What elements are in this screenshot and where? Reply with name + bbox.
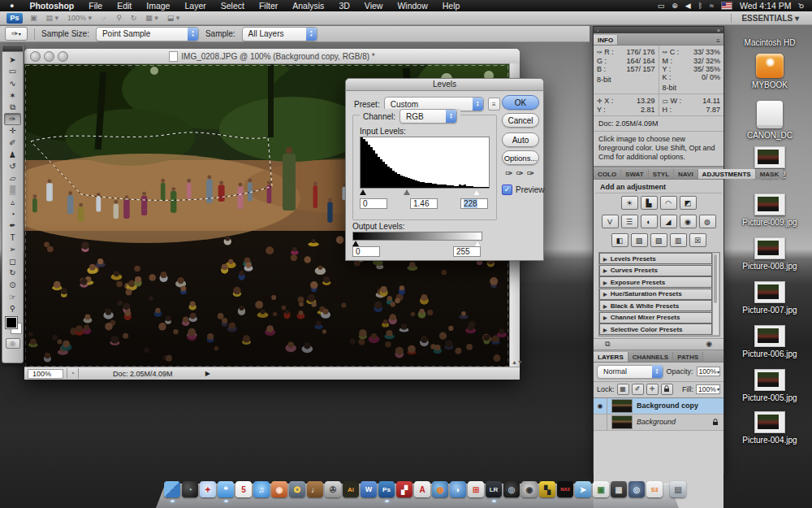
zoom-tool[interactable]: ⚲ bbox=[4, 302, 21, 315]
panel-tab[interactable]: LAYERS bbox=[594, 352, 628, 362]
camera-lens-app[interactable]: ◎ bbox=[628, 481, 645, 497]
lock-all-button[interactable] bbox=[661, 384, 673, 395]
zoom-percent-field[interactable]: 100% bbox=[28, 369, 63, 379]
output-highlight-slider[interactable] bbox=[474, 241, 481, 246]
orbit-3d-tool[interactable]: ⊙ bbox=[4, 279, 21, 291]
dialog-title-bar[interactable]: Levels bbox=[346, 79, 543, 91]
switch-panel-icon[interactable]: ⧉ bbox=[605, 340, 610, 349]
safari[interactable]: ✦ bbox=[200, 481, 216, 497]
quick-selection-tool[interactable]: ✶ bbox=[4, 89, 21, 102]
panel-tab[interactable]: SWAT bbox=[621, 169, 649, 179]
desktop-icon-picture-005-jpg[interactable]: Picture-005.jpg bbox=[728, 369, 812, 402]
panel-tab[interactable]: CHANNELS bbox=[628, 352, 673, 362]
photo-filter-icon[interactable]: ◉ bbox=[680, 215, 697, 228]
firefox[interactable]: ◍ bbox=[432, 481, 448, 497]
Background copy[interactable]: ◉ Background copy bbox=[594, 398, 723, 415]
black-white-icon[interactable]: ◢ bbox=[660, 215, 677, 228]
input-gamma-field[interactable]: 1.46 bbox=[410, 198, 438, 209]
Background[interactable]: ◉ Background bbox=[594, 415, 723, 431]
desktop-icon-macintosh-hd[interactable]: Macintosh HD bbox=[728, 36, 812, 47]
panel-tab[interactable]: ADJUSTMENTS bbox=[698, 169, 756, 179]
threshold-icon[interactable]: ▧ bbox=[650, 233, 667, 247]
desktop-icon-mybook[interactable]: MYBOOK bbox=[728, 54, 812, 89]
disclosure-triangle-icon[interactable]: ▶ bbox=[603, 267, 607, 273]
auto-button[interactable]: Auto bbox=[502, 132, 539, 147]
zoom-level[interactable]: 100% ▾ bbox=[66, 14, 93, 22]
selective-color-icon[interactable]: ☒ bbox=[689, 233, 706, 247]
itunes[interactable]: ♫ bbox=[253, 481, 270, 497]
input-shadow-field[interactable]: 0 bbox=[360, 198, 387, 209]
menu-item[interactable]: View bbox=[357, 1, 391, 11]
utility-box[interactable]: ✇ bbox=[325, 481, 341, 497]
desktop-icon-picture-009-jpg[interactable]: Picture-009.jpg bbox=[728, 193, 812, 227]
checker-app[interactable]: ▚ bbox=[539, 481, 555, 497]
disclosure-triangle-icon[interactable]: ▶ bbox=[603, 256, 607, 262]
preset-group-row[interactable]: ▶Curves Presets bbox=[599, 265, 712, 276]
zoom-button[interactable] bbox=[58, 51, 68, 62]
desktop-icon-picture-008-jpg[interactable]: Picture-008.jpg bbox=[728, 237, 812, 271]
iphoto[interactable]: ▣ bbox=[593, 481, 609, 497]
brightness-contrast-icon[interactable]: ☀ bbox=[621, 196, 638, 210]
photo-booth[interactable]: ◉ bbox=[271, 481, 287, 497]
screen-mode-icon[interactable]: ⬓ ▾ bbox=[166, 14, 182, 22]
blur-tool[interactable]: ▵ bbox=[4, 196, 21, 208]
trash[interactable]: ▤ bbox=[670, 481, 686, 497]
illustrator[interactable]: Ai bbox=[343, 481, 359, 497]
desktop-icon-image[interactable] bbox=[754, 411, 785, 433]
word[interactable]: W bbox=[361, 481, 377, 497]
foreground-color-swatch[interactable] bbox=[6, 317, 17, 328]
garageband[interactable]: ♩ bbox=[307, 481, 323, 497]
camera-utility[interactable]: ◉ bbox=[521, 481, 538, 497]
lock-pixels-button[interactable]: ✐ bbox=[632, 384, 644, 395]
gray-point-eyedropper-icon[interactable]: ✑ bbox=[516, 168, 523, 179]
apple-menu[interactable]: ● bbox=[0, 2, 22, 10]
layer-thumbnail[interactable] bbox=[611, 399, 633, 413]
hand-tool[interactable]: ☞ bbox=[4, 291, 21, 303]
iweb[interactable]: ✪ bbox=[289, 481, 305, 497]
output-highlight-field[interactable]: 255 bbox=[453, 246, 481, 257]
desktop-icon-picture-007-jpg[interactable]: Picture-007.jpg bbox=[728, 281, 812, 315]
disclosure-triangle-icon[interactable]: ▶ bbox=[603, 315, 607, 320]
menu-item[interactable]: 3D bbox=[331, 1, 356, 11]
tab-info[interactable]: INFO bbox=[594, 35, 618, 45]
menu-item[interactable]: Select bbox=[214, 1, 252, 11]
highlight-slider[interactable] bbox=[473, 189, 480, 195]
lock-position-button[interactable]: ✛ bbox=[646, 384, 659, 395]
channel-mixer-icon[interactable]: ◍ bbox=[699, 215, 716, 228]
menu-item[interactable]: Help bbox=[435, 1, 468, 11]
desktop-icon-image[interactable] bbox=[754, 281, 785, 303]
display-icon[interactable]: ▭ bbox=[658, 2, 665, 10]
lock-transparency-button[interactable]: ▦ bbox=[617, 384, 629, 395]
output-shadow-slider[interactable] bbox=[352, 241, 359, 246]
ical[interactable]: 5 bbox=[235, 481, 252, 497]
current-tool-button[interactable]: ✑▾ bbox=[5, 27, 28, 41]
lightroom[interactable]: LR bbox=[486, 481, 502, 497]
s3-app[interactable]: S3 bbox=[646, 481, 663, 497]
healing-brush-tool[interactable]: ✛ bbox=[4, 125, 21, 137]
cancel-button[interactable]: Cancel bbox=[502, 113, 539, 128]
panel-tab[interactable]: MASK bbox=[756, 169, 784, 179]
disclosure-triangle-icon[interactable]: ▶ bbox=[603, 327, 607, 332]
color-balance-icon[interactable]: ◐ bbox=[641, 215, 658, 228]
eraser-tool[interactable]: ▱ bbox=[4, 172, 21, 185]
menu-item[interactable]: Window bbox=[390, 1, 434, 11]
input-highlight-field[interactable]: 228 bbox=[460, 198, 488, 209]
collapse-panels-icon[interactable]: » bbox=[717, 28, 720, 33]
visibility-toggle[interactable]: ◉ bbox=[594, 415, 607, 430]
panel-tab[interactable]: NAVI bbox=[674, 169, 698, 179]
disclosure-triangle-icon[interactable]: ▶ bbox=[603, 303, 607, 309]
arrange-documents-icon[interactable]: ▦ ▾ bbox=[144, 14, 160, 22]
thunderbird[interactable]: ◗ bbox=[450, 481, 466, 497]
acrobat-reader[interactable]: A bbox=[414, 481, 430, 497]
marquee-tool[interactable]: ▭ bbox=[4, 66, 21, 78]
panel-tab[interactable]: COLO bbox=[594, 169, 621, 179]
options-button[interactable]: Options... bbox=[502, 150, 539, 165]
panel-tab[interactable]: STYL bbox=[649, 169, 674, 179]
posterize-icon[interactable]: ▨ bbox=[631, 233, 648, 247]
preset-options-button[interactable]: ≡ bbox=[488, 98, 500, 111]
menu-item[interactable]: Layer bbox=[177, 1, 213, 11]
preset-group-row[interactable]: ▶Channel Mixer Presets bbox=[599, 312, 712, 323]
desktop-icon-image[interactable] bbox=[754, 237, 785, 259]
shadow-slider[interactable] bbox=[360, 189, 366, 195]
preset-group-row[interactable]: ▶Black & White Presets bbox=[599, 300, 712, 311]
